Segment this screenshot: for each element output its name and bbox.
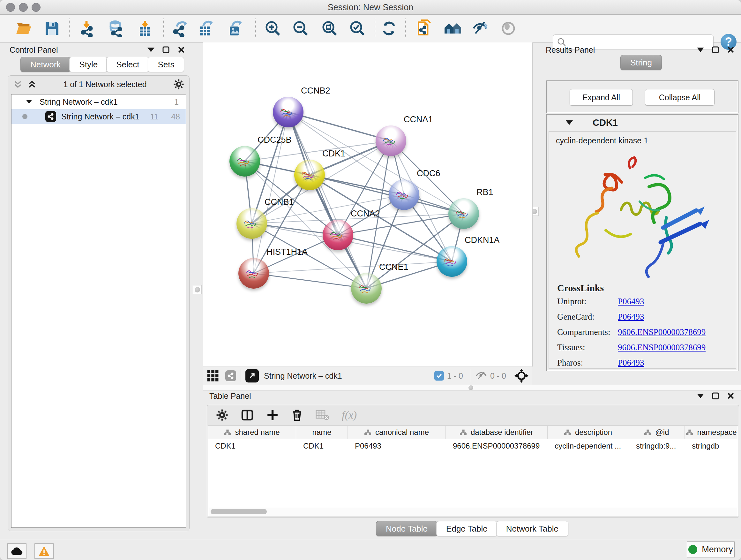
crosslink-link[interactable]: 9606.ENSP00000378699: [618, 327, 705, 337]
scrollbar-thumb[interactable]: [211, 509, 267, 514]
add-column-icon[interactable]: [266, 409, 279, 421]
zoom-fit-button[interactable]: [320, 19, 339, 38]
table-cell[interactable]: stringdb:9...: [629, 442, 685, 450]
network-node-CCNA2[interactable]: [323, 220, 353, 250]
collection-caret-icon[interactable]: [26, 100, 32, 104]
network-node-CCNE1[interactable]: [351, 273, 382, 304]
close-panel-icon[interactable]: [178, 46, 185, 54]
zoom-selected-button[interactable]: [348, 19, 367, 38]
export-network-button[interactable]: [172, 19, 191, 38]
left-splitter-handle[interactable]: [193, 285, 202, 294]
table-cell[interactable]: P06493: [348, 442, 446, 450]
toggle-graphics-details-button[interactable]: [471, 19, 490, 38]
import-network-button[interactable]: [78, 19, 96, 38]
table-settings-gear-icon[interactable]: [216, 409, 228, 421]
network-node-HIST1H1A[interactable]: [239, 258, 269, 289]
save-session-button[interactable]: [43, 19, 61, 38]
cloud-status-button[interactable]: [7, 543, 26, 559]
tab-select[interactable]: Select: [106, 57, 149, 72]
tab-string[interactable]: String: [620, 55, 662, 70]
close-panel-icon[interactable]: [727, 46, 735, 54]
selected-nodes-checkbox[interactable]: [434, 371, 444, 381]
protein-result-card: CDK1 cyclin-dependent kinase 1: [546, 114, 738, 371]
network-node-CCNA1[interactable]: [376, 125, 406, 156]
zoom-out-button[interactable]: [291, 19, 310, 38]
column-header-canonical-name[interactable]: canonical name: [348, 426, 446, 439]
panel-menu-icon[interactable]: [697, 394, 704, 398]
network-node-CDC6[interactable]: [389, 179, 419, 210]
collapse-all-button[interactable]: Collapse All: [645, 89, 715, 106]
table-cell[interactable]: CDK1: [208, 442, 296, 450]
zoom-in-button[interactable]: [264, 19, 282, 38]
column-header-description[interactable]: description: [548, 426, 629, 439]
column-header--id[interactable]: @id: [629, 426, 685, 439]
network-collection-row[interactable]: String Network – cdk1 1: [11, 95, 186, 109]
column-header-shared-name[interactable]: shared name: [208, 426, 296, 439]
fit-content-icon[interactable]: [515, 369, 529, 383]
network-node-CDKN1A[interactable]: [436, 246, 467, 277]
crosslink-link[interactable]: 9606.ENSP00000378699: [618, 343, 705, 353]
column-header-name[interactable]: name: [296, 426, 348, 439]
table-row[interactable]: CDK1CDK1P064939606.ENSP00000378699cyclin…: [208, 439, 738, 453]
protein-card-header[interactable]: CDK1: [547, 115, 738, 131]
column-header-database-identifier[interactable]: database identifier: [446, 426, 548, 439]
network-node-CDC25B[interactable]: [229, 146, 260, 177]
network-node-CCNB1[interactable]: [237, 208, 267, 239]
import-network-from-database-button[interactable]: [107, 19, 125, 38]
column-header-label: description: [575, 428, 612, 437]
expand-all-button[interactable]: Expand All: [569, 89, 633, 106]
table-cell[interactable]: cyclin-dependent ...: [548, 442, 629, 450]
panel-menu-icon[interactable]: [147, 48, 154, 52]
tab-style[interactable]: Style: [69, 57, 108, 72]
network-overview-button[interactable]: [444, 19, 462, 38]
table-cell[interactable]: stringdb: [685, 442, 738, 450]
import-table-button[interactable]: [136, 19, 154, 38]
expand-all-icon[interactable]: [27, 79, 37, 89]
level-of-detail-button[interactable]: [499, 19, 518, 38]
network-edge[interactable]: [310, 175, 464, 213]
float-panel-icon[interactable]: [712, 392, 719, 400]
network-node-RB1[interactable]: [448, 198, 479, 229]
collapse-card-icon[interactable]: [566, 120, 573, 125]
network-canvas[interactable]: CCNB2CCNA1CDC25BCDK1CDC6RB1CCNB1CCNA2CDK…: [203, 43, 533, 367]
panel-menu-icon[interactable]: [697, 48, 704, 52]
network-edge-count: 48: [171, 112, 180, 121]
crosslink-link[interactable]: P06493: [618, 358, 644, 368]
network-edge[interactable]: [288, 112, 366, 288]
tab-network[interactable]: Network: [20, 57, 71, 72]
network-node-CCNB2[interactable]: [273, 97, 304, 127]
memory-status-button[interactable]: Memory: [687, 542, 735, 557]
open-view-in-window-button[interactable]: [246, 369, 259, 382]
table-horizontal-scrollbar[interactable]: [209, 508, 737, 516]
network-view-type-icon[interactable]: [225, 370, 236, 381]
table-cell[interactable]: 9606.ENSP00000378699: [446, 442, 548, 450]
refresh-layout-button[interactable]: [380, 19, 398, 38]
float-panel-icon[interactable]: [162, 46, 170, 54]
tab-edge-table[interactable]: Edge Table: [436, 521, 497, 537]
network-file-button[interactable]: [416, 19, 434, 38]
float-panel-icon[interactable]: [712, 46, 719, 54]
tab-sets[interactable]: Sets: [148, 57, 184, 72]
birds-eye-view-icon[interactable]: [207, 370, 219, 382]
collapse-all-icon[interactable]: [13, 79, 23, 89]
export-image-button[interactable]: [226, 19, 245, 38]
network-row[interactable]: String Network – cdk1 11 48: [11, 109, 186, 124]
warnings-button[interactable]: [35, 543, 54, 559]
show-columns-icon[interactable]: [241, 409, 254, 421]
network-edge[interactable]: [254, 273, 366, 288]
export-table-button[interactable]: [197, 19, 216, 38]
open-session-button[interactable]: [15, 19, 33, 38]
network-node-CDK1[interactable]: [294, 160, 325, 190]
crosslink-link[interactable]: P06493: [618, 297, 644, 307]
tab-node-table[interactable]: Node Table: [376, 521, 437, 537]
tab-network-table[interactable]: Network Table: [496, 521, 568, 537]
network-edge[interactable]: [288, 112, 391, 141]
column-header-namespace[interactable]: namespace: [685, 426, 738, 439]
table-cell[interactable]: CDK1: [296, 442, 348, 450]
close-panel-icon[interactable]: [727, 392, 735, 400]
network-view-toolbar: String Network – cdk1 1 - 0 0 - 0: [203, 367, 532, 385]
gear-icon[interactable]: [173, 79, 184, 90]
crosslink-link[interactable]: P06493: [618, 312, 644, 322]
network-edge[interactable]: [338, 235, 452, 261]
delete-column-icon[interactable]: [291, 409, 303, 422]
